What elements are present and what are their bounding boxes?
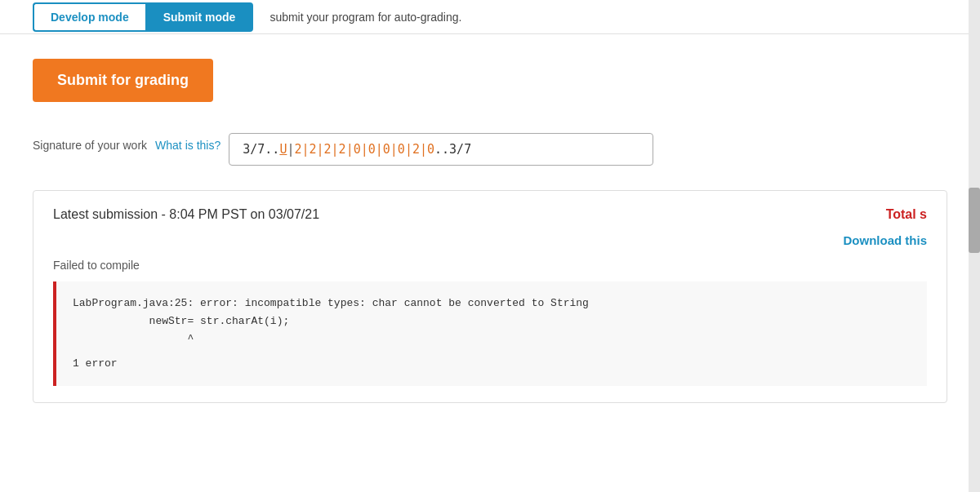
- total-score: Total s: [886, 207, 927, 222]
- tab-develop[interactable]: Develop mode: [33, 2, 145, 32]
- submission-card: Latest submission - 8:04 PM PST on 03/07…: [33, 190, 947, 403]
- error-line-1: LabProgram.java:25: error: incompatible …: [73, 295, 911, 312]
- error-line-4: 1 error: [73, 355, 911, 373]
- signature-section: Signature of your work What is this? 3/7…: [33, 125, 947, 166]
- page-wrapper: Develop mode Submit mode submit your pro…: [0, 0, 980, 492]
- failed-label: Failed to compile: [53, 259, 927, 272]
- sig-numbers: 2|2|2|2|0|0|0|0|2|0: [294, 142, 434, 157]
- what-is-this-link[interactable]: What is this?: [155, 139, 220, 152]
- sig-u-char: U: [279, 142, 287, 157]
- signature-label: Signature of your work: [33, 139, 147, 152]
- submission-title: Latest submission - 8:04 PM PST on 03/07…: [53, 207, 319, 222]
- main-content: Submit for grading Signature of your wor…: [0, 34, 980, 428]
- sig-pipe: |: [287, 142, 294, 157]
- signature-box: 3/7.. U | 2|2|2|2|0|0|0|0|2|0 ..3/7: [229, 133, 653, 166]
- tab-submit[interactable]: Submit mode: [145, 2, 254, 32]
- error-line-2: newStr= str.charAt(i);: [73, 312, 911, 330]
- error-line-3: ^: [73, 330, 911, 348]
- submit-for-grading-button[interactable]: Submit for grading: [33, 59, 213, 102]
- download-link[interactable]: Download this: [53, 233, 927, 247]
- scrollbar-thumb[interactable]: [969, 188, 980, 253]
- submission-header: Latest submission - 8:04 PM PST on 03/07…: [53, 207, 927, 222]
- tabs-bar: Develop mode Submit mode submit your pro…: [0, 0, 980, 34]
- sig-suffix: ..3/7: [434, 142, 471, 157]
- scrollbar[interactable]: [969, 0, 980, 492]
- sig-prefix: 3/7..: [243, 142, 279, 157]
- tab-description: submit your program for auto-grading.: [270, 11, 461, 24]
- error-block: LabProgram.java:25: error: incompatible …: [53, 281, 927, 386]
